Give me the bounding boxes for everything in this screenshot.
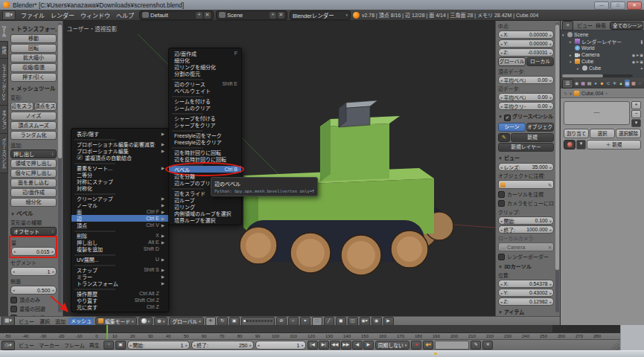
gp-object-toggle[interactable]: オブジェクト: [526, 123, 554, 132]
tab-modifiers-icon[interactable]: ✛: [612, 80, 617, 87]
tab-object-data-icon[interactable]: ▲: [618, 80, 623, 87]
expand-icon[interactable]: ▸: [570, 39, 573, 44]
keying-set-field[interactable]: [435, 341, 469, 350]
minimize-button[interactable]: —: [594, 1, 609, 10]
menu-button[interactable]: ビュー: [16, 341, 36, 349]
toolshelf-tab[interactable]: オプション: [0, 106, 8, 134]
pin-icon[interactable]: ✎: [564, 91, 567, 96]
mode-dropdown[interactable]: 編集モード▾: [95, 317, 137, 326]
panel-header-3d-cursor[interactable]: ▼ 3Dカーソル: [498, 263, 554, 270]
browse-icon[interactable]: ▾: [570, 91, 572, 96]
transform-tool-button[interactable]: 移動: [10, 34, 57, 43]
menu-button[interactable]: 検索: [594, 22, 608, 29]
keying-set-dropdown[interactable]: ◆▾: [423, 341, 433, 350]
n-panel-scrollbar[interactable]: [555, 23, 559, 312]
new-material-button[interactable]: ＋ 新規: [587, 140, 641, 149]
playhead[interactable]: [106, 325, 108, 339]
unlink-layout-icon[interactable]: ✕: [204, 12, 211, 19]
menu-button[interactable]: メッシュ: [68, 318, 94, 325]
current-frame-field[interactable]: ◂1▸: [255, 341, 306, 350]
tab-scene-icon[interactable]: ▤: [587, 80, 592, 87]
viewport-shading-dropdown[interactable]: ▾: [138, 317, 153, 326]
panel-header-meshtools[interactable]: ▼ メッシュツール: [10, 84, 57, 92]
extrude-dropdown[interactable]: 押し出し↕: [10, 149, 57, 158]
select-mode-edge-button[interactable]: ╱: [324, 317, 334, 326]
render-opengl-button[interactable]: ◉: [372, 317, 382, 326]
layers-widget[interactable]: [241, 317, 275, 326]
lock-object-field[interactable]: ✎: [498, 180, 554, 189]
menu-button[interactable]: ビュー: [16, 318, 36, 325]
cursor-y-slider[interactable]: ◂Y:0.43002▸: [498, 289, 554, 297]
clip-end-slider[interactable]: ◂終了:1000.000▸: [498, 225, 554, 234]
visibility-icon[interactable]: ◉: [632, 60, 635, 64]
menu-button[interactable]: 再生: [87, 341, 102, 349]
bevel-width-type-dropdown[interactable]: オフセット↕: [10, 227, 57, 236]
next-keyframe-button[interactable]: ▶▶: [341, 341, 351, 350]
select-mode-vertex-button[interactable]: ∷: [312, 317, 322, 326]
mean-crease-slider[interactable]: ◂平均クリース:0.00▸: [498, 102, 554, 110]
pivot-dropdown[interactable]: ⊕▾: [154, 317, 168, 326]
panel-header-item[interactable]: ▼ アイテム: [498, 308, 554, 315]
renderability-icon[interactable]: ▣: [640, 60, 643, 64]
lock-icon[interactable]: ⊘: [276, 317, 287, 326]
sync-dropdown[interactable]: 同期しない▾: [375, 341, 410, 350]
proportional-edit-dropdown[interactable]: ◉▾: [360, 317, 370, 326]
slot-specials-button[interactable]: ▾: [631, 119, 641, 127]
render-engine-selector[interactable]: Blenderレンダー ▾: [290, 10, 351, 20]
tab-material-icon[interactable]: ◍: [625, 80, 630, 87]
title-bar[interactable]: Blender* [C:¥Users¥anazawa¥Downloads¥scr…: [0, 0, 644, 10]
render-opengl-anim-button[interactable]: ▶: [383, 317, 394, 326]
tab-physics-icon[interactable]: ◌: [637, 80, 643, 87]
add-tool-button[interactable]: 個々に押し出し: [10, 169, 57, 178]
menu-item[interactable]: ベベルウェイト: [169, 87, 241, 94]
bevel-clamp-checkbox[interactable]: 重複の回避: [10, 305, 57, 312]
add-slot-button[interactable]: +: [631, 101, 641, 109]
outliner-row-cube[interactable]: ▾ Cube ◉ ➤ ▣: [562, 58, 643, 65]
expand-icon[interactable]: ▸: [577, 66, 581, 71]
tab-constraints-icon[interactable]: ⊂: [605, 80, 610, 87]
transform-tool-button[interactable]: 拡大縮小: [10, 54, 57, 62]
maximize-button[interactable]: □: [610, 1, 625, 10]
menu-item[interactable]: 辺を反時計回りに回転: [169, 155, 241, 162]
menu-button[interactable]: フレーム: [62, 341, 87, 349]
jump-to-start-button[interactable]: |◀: [307, 341, 318, 350]
menu-item[interactable]: ✓ トランスフォーム ▶: [71, 280, 168, 286]
jump-to-end-button[interactable]: ▶|: [319, 341, 329, 350]
menu-item[interactable]: ✓ 対称化 ▶: [71, 184, 168, 191]
cursor-z-slider[interactable]: ◂Z:0.12982▸: [498, 298, 554, 306]
close-button[interactable]: ✕: [627, 1, 642, 10]
lock-camera-checkbox[interactable]: カメラをビューにロ...: [498, 199, 554, 207]
toolshelf-scrollbar[interactable]: [58, 23, 62, 312]
add-tool-button[interactable]: 面を差し込む: [10, 178, 57, 187]
panel-header-bevel[interactable]: ▼ ベベル: [10, 209, 57, 217]
menu-item[interactable]: ✓ 複製を追加 Shift D ▶: [71, 245, 168, 252]
menu-item[interactable]: 境界ループを選択: [169, 216, 241, 223]
transform-tool-button[interactable]: 押す/引く: [10, 73, 57, 82]
viewport-3d[interactable]: ユーザー・透視投影 ✓ 表示/隠す ▶ ✓ ▶ ✓: [63, 21, 495, 316]
insert-keyframe-icon[interactable]: ✎: [471, 341, 481, 350]
deform-tool-button[interactable]: ノイズ: [10, 112, 57, 120]
mean-bevel-weight-vertex-slider[interactable]: ◂平均ベベルウェ:0.00▸: [498, 76, 554, 84]
prev-keyframe-button[interactable]: ◀◀: [330, 341, 340, 350]
menu-button[interactable]: 選択: [37, 318, 52, 325]
selectability-icon[interactable]: ➤: [636, 60, 639, 64]
menu-item[interactable]: ✓ 重複頂点の自動結合 ▶: [71, 154, 168, 161]
grease-pencil-icon[interactable]: ✎: [498, 133, 510, 142]
menu-item[interactable]: シャープをクリア: [169, 121, 241, 128]
outliner-row-render-layers[interactable]: ▸ レンダーレイヤー ❚: [562, 38, 643, 45]
delete-keyframe-icon[interactable]: ✕: [482, 341, 493, 350]
panel-header-view[interactable]: ▼ ビュー: [498, 154, 554, 161]
toolshelf-tab[interactable]: 作成: [0, 42, 8, 59]
visibility-icon[interactable]: ◉: [632, 53, 635, 57]
renderability-icon[interactable]: ▣: [640, 53, 643, 57]
gp-new-button[interactable]: 新規: [511, 133, 554, 142]
bevel-segments-slider[interactable]: ◂1▸: [10, 267, 57, 276]
menu-button[interactable]: レンダー: [48, 11, 77, 19]
material-slot-list[interactable]: —: [564, 101, 630, 125]
manipulator-rotate-button[interactable]: ↻: [217, 317, 228, 326]
menu-button[interactable]: ウィンドウ: [77, 11, 113, 19]
select-button[interactable]: 選択: [590, 129, 615, 138]
editor-type-properties-icon[interactable]: ☰: [562, 79, 573, 89]
orientation-dropdown[interactable]: グローバル▾: [169, 317, 203, 326]
select-mode-face-button[interactable]: ◼: [336, 317, 346, 326]
